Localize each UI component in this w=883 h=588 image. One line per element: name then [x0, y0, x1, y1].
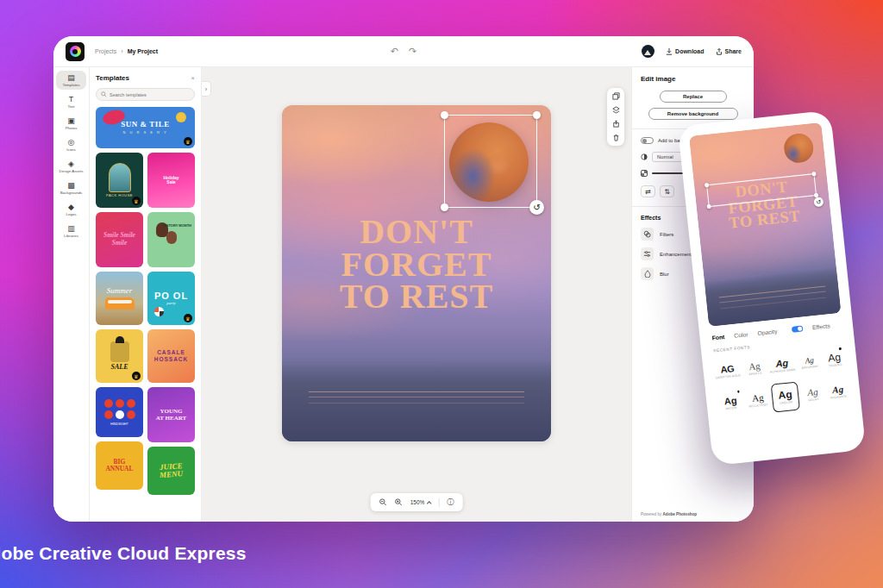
font-sample: Ag: [775, 358, 789, 368]
sidebar-item-logos[interactable]: ◆ Logos: [56, 200, 86, 219]
template-title: HISTORY MONTH: [163, 224, 191, 228]
undo-icon[interactable]: ↶: [391, 47, 398, 56]
powered-by-note: Powered by Adobe Photoshop: [641, 512, 745, 516]
share-button[interactable]: Share: [716, 48, 742, 55]
search-templates-field[interactable]: [96, 88, 195, 101]
template-art: [105, 297, 135, 310]
sidebar-item-libraries[interactable]: ▥ Libraries: [56, 222, 86, 241]
template-thumbnail[interactable]: YOUNG AT HEART: [147, 387, 195, 442]
template-thumbnail[interactable]: PACK HOUSE ♛: [96, 153, 143, 208]
tab-opacity[interactable]: Opacity: [757, 328, 778, 336]
template-thumbnail[interactable]: CASALE HOSSACK: [147, 329, 195, 383]
enhancements-icon: [641, 247, 654, 260]
effects-item-label: Filters: [660, 232, 673, 237]
font-sample: Ag: [807, 387, 818, 397]
template-thumbnail[interactable]: BIG ANNUAL: [96, 441, 143, 490]
replace-button[interactable]: Replace: [660, 91, 727, 103]
sidebar-label: Backgrounds: [60, 191, 83, 195]
history-controls: ↶ ↷: [391, 47, 416, 56]
flip-vertical-button[interactable]: ⇅: [660, 185, 674, 197]
phone-design-artboard[interactable]: DON'T FORGET TO REST ↺: [689, 122, 841, 327]
font-option[interactable]: Ag HIGHGATE: [825, 376, 851, 407]
templates-panel: Templates × SUN & TILE N U R S E R Y ♛: [90, 67, 202, 522]
tab-color[interactable]: Color: [734, 331, 748, 339]
download-button[interactable]: Download: [666, 48, 704, 55]
redo-icon[interactable]: ↷: [409, 47, 416, 56]
selection-handle[interactable]: [533, 111, 541, 119]
template-thumbnail[interactable]: Holiday Sale: [147, 153, 195, 208]
creative-cloud-logo[interactable]: [66, 42, 85, 61]
panel-collapse-button[interactable]: ›: [202, 81, 211, 97]
zoom-in-icon[interactable]: [395, 498, 403, 506]
remove-background-button[interactable]: Remove background: [648, 108, 738, 120]
font-option[interactable]: Ag BELLETRIST: [745, 385, 771, 416]
font-option[interactable]: Ag ANTON: [716, 387, 746, 418]
opacity-icon: [641, 170, 648, 177]
sidebar-label: Text: [67, 104, 74, 109]
duplicate-icon[interactable]: [612, 92, 620, 100]
flip-horizontal-button[interactable]: ⇄: [641, 185, 655, 197]
delete-icon[interactable]: [612, 134, 620, 141]
sidebar-item-templates[interactable]: ▤ Templates: [56, 71, 86, 90]
sidebar-item-design-assets[interactable]: ◈ Design Assets: [56, 157, 86, 176]
font-option[interactable]: Ag SATURDAY: [797, 347, 823, 378]
avatar[interactable]: [642, 45, 654, 58]
selection-handle[interactable]: [441, 203, 448, 211]
breadcrumb: Projects › My Project: [95, 48, 158, 54]
template-thumbnail[interactable]: SALE ♛: [96, 329, 143, 383]
font-option[interactable]: Ag ACHERUS GRAN: [767, 350, 798, 381]
bring-forward-icon[interactable]: [612, 120, 620, 128]
help-info-icon[interactable]: ⓘ: [447, 497, 454, 507]
selection-box[interactable]: ↺: [444, 115, 537, 208]
template-thumbnail[interactable]: JUICE MENU: [147, 447, 195, 495]
marketing-background: Projects › My Project ↶ ↷ Download Share: [0, 0, 883, 588]
sidebar-label: Templates: [62, 83, 79, 87]
template-thumbnail[interactable]: PO OL party ♛: [147, 272, 195, 325]
selection-handle[interactable]: [705, 183, 709, 187]
font-option-selected[interactable]: Ag CASLON: [770, 381, 800, 412]
sidebar-item-photos[interactable]: ▣ Photos: [56, 114, 86, 133]
sea-image: [282, 360, 551, 441]
font-label: GULAX: [808, 397, 819, 402]
breadcrumb-projects[interactable]: Projects: [95, 48, 116, 54]
tablet-mockup: Projects › My Project ↶ ↷ Download Share: [53, 36, 754, 522]
font-option[interactable]: Ag APERTO: [742, 353, 767, 384]
breadcrumb-current[interactable]: My Project: [128, 48, 158, 54]
zoom-level-dropdown[interactable]: 150%: [410, 499, 431, 505]
rotate-handle-icon[interactable]: ↺: [529, 200, 544, 215]
template-thumbnail[interactable]: HINDSIGHT: [96, 387, 143, 437]
search-input[interactable]: [110, 92, 187, 97]
close-icon[interactable]: ×: [191, 74, 195, 82]
template-thumbnail[interactable]: HISTORY MONTH: [147, 212, 195, 267]
template-thumbnail[interactable]: Summer: [96, 272, 143, 325]
layers-icon[interactable]: [612, 106, 620, 114]
sidebar-item-icons[interactable]: ◎ Icons: [56, 135, 86, 154]
template-thumbnail[interactable]: SUN & TILE N U R S E R Y ♛: [96, 107, 195, 148]
template-title: SUN & TILE: [121, 121, 169, 128]
tab-effects[interactable]: Effects: [812, 322, 830, 330]
chevron-up-icon: [426, 501, 431, 506]
tab-font[interactable]: Font: [711, 334, 724, 341]
design-text[interactable]: DON'T FORGET TO REST: [282, 216, 551, 313]
zoom-out-icon[interactable]: [379, 498, 387, 506]
design-assets-icon: ◈: [68, 160, 74, 168]
topbar-actions: Download Share: [642, 45, 742, 58]
sidebar-label: Icons: [66, 147, 76, 152]
photos-icon: ▣: [67, 117, 75, 125]
add-to-background-toggle[interactable]: [641, 137, 654, 144]
design-artboard[interactable]: ↺ DON'T FORGET TO REST: [282, 105, 551, 441]
font-option[interactable]: Ag TRUENO: [822, 345, 848, 376]
font-option[interactable]: AG CAMPTON BOLD: [712, 355, 742, 386]
selection-handle[interactable]: [441, 111, 448, 119]
template-subtitle: party: [166, 301, 176, 305]
template-title: Summer: [107, 287, 133, 295]
effects-toggle[interactable]: [792, 325, 804, 332]
sidebar-item-backgrounds[interactable]: ▩ Backgrounds: [56, 178, 86, 197]
template-title: YOUNG: [160, 408, 182, 415]
template-title: PO OL: [154, 291, 188, 301]
template-thumbnail[interactable]: Smile Smile Smile: [96, 212, 143, 267]
font-option[interactable]: Ag GULAX: [800, 378, 826, 410]
sidebar-label: Logos: [66, 212, 77, 216]
sidebar-item-text[interactable]: T Text: [56, 92, 86, 111]
font-label: CAMPTON BOLD: [715, 373, 741, 379]
